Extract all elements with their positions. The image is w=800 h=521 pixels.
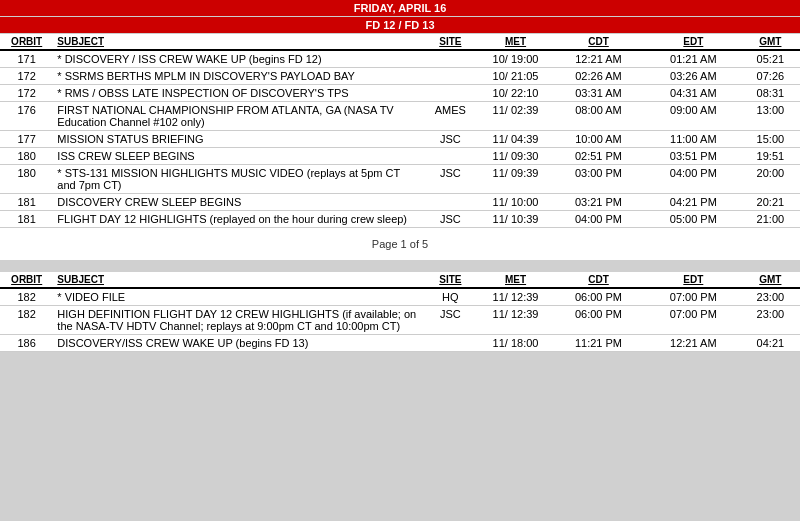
cell-orbit: 180 <box>0 165 53 194</box>
cell-edt: 07:00 PM <box>646 288 741 306</box>
col-site-header-2: SITE <box>421 272 480 288</box>
section-1: FRIDAY, APRIL 16 FD 12 / FD 13 ORBIT SUB… <box>0 0 800 260</box>
table-row: 181DISCOVERY CREW SLEEP BEGINS11/ 10:000… <box>0 194 800 211</box>
asterisk: * <box>57 291 64 303</box>
cell-subject: HIGH DEFINITION FLIGHT DAY 12 CREW HIGHL… <box>53 306 420 335</box>
cell-cdt: 02:51 PM <box>551 148 646 165</box>
day-label: FRIDAY, APRIL 16 <box>0 0 800 17</box>
cell-edt: 01:21 AM <box>646 50 741 68</box>
cell-site: HQ <box>421 288 480 306</box>
cell-met: 11/ 10:39 <box>480 211 551 228</box>
section-2: ORBIT SUBJECT SITE MET CDT EDT GMT 182* … <box>0 272 800 352</box>
cell-cdt: 03:21 PM <box>551 194 646 211</box>
table-row: 180* STS-131 MISSION HIGHLIGHTS MUSIC VI… <box>0 165 800 194</box>
table-row: 180ISS CREW SLEEP BEGINS11/ 09:3002:51 P… <box>0 148 800 165</box>
cell-site <box>421 50 480 68</box>
cell-site <box>421 68 480 85</box>
cell-subject: FIRST NATIONAL CHAMPIONSHIP FROM ATLANTA… <box>53 102 420 131</box>
cell-gmt: 21:00 <box>741 211 800 228</box>
cell-subject: MISSION STATUS BRIEFING <box>53 131 420 148</box>
cell-orbit: 172 <box>0 68 53 85</box>
cell-cdt: 03:00 PM <box>551 165 646 194</box>
cell-met: 11/ 09:30 <box>480 148 551 165</box>
cell-orbit: 176 <box>0 102 53 131</box>
col-cdt-header-2: CDT <box>551 272 646 288</box>
cell-orbit: 172 <box>0 85 53 102</box>
col-orbit-header-2: ORBIT <box>0 272 53 288</box>
cell-orbit: 171 <box>0 50 53 68</box>
page-wrapper: FRIDAY, APRIL 16 FD 12 / FD 13 ORBIT SUB… <box>0 0 800 352</box>
cell-orbit: 181 <box>0 194 53 211</box>
table-row: 172* RMS / OBSS LATE INSPECTION OF DISCO… <box>0 85 800 102</box>
table-row: 171* DISCOVERY / ISS CREW WAKE UP (begin… <box>0 50 800 68</box>
cell-cdt: 10:00 AM <box>551 131 646 148</box>
cell-site: JSC <box>421 131 480 148</box>
col-site-header: SITE <box>421 34 480 51</box>
cell-edt: 03:51 PM <box>646 148 741 165</box>
cell-subject: DISCOVERY CREW SLEEP BEGINS <box>53 194 420 211</box>
cell-edt: 05:00 PM <box>646 211 741 228</box>
schedule-table-2: ORBIT SUBJECT SITE MET CDT EDT GMT 182* … <box>0 272 800 352</box>
column-headers-2: ORBIT SUBJECT SITE MET CDT EDT GMT <box>0 272 800 288</box>
cell-site <box>421 148 480 165</box>
col-subject-header-2: SUBJECT <box>53 272 420 288</box>
cell-met: 11/ 10:00 <box>480 194 551 211</box>
cell-met: 11/ 02:39 <box>480 102 551 131</box>
cell-edt: 09:00 AM <box>646 102 741 131</box>
cell-gmt: 23:00 <box>741 306 800 335</box>
table-row: 186DISCOVERY/ISS CREW WAKE UP (begins FD… <box>0 335 800 352</box>
cell-edt: 04:31 AM <box>646 85 741 102</box>
cell-gmt: 04:21 <box>741 335 800 352</box>
cell-gmt: 15:00 <box>741 131 800 148</box>
cell-met: 10/ 22:10 <box>480 85 551 102</box>
asterisk: * <box>57 87 64 99</box>
cell-orbit: 180 <box>0 148 53 165</box>
table-row: 181FLIGHT DAY 12 HIGHLIGHTS (replayed on… <box>0 211 800 228</box>
cell-subject: * STS-131 MISSION HIGHLIGHTS MUSIC VIDEO… <box>53 165 420 194</box>
cell-met: 10/ 21:05 <box>480 68 551 85</box>
col-edt-header: EDT <box>646 34 741 51</box>
cell-cdt: 06:00 PM <box>551 288 646 306</box>
asterisk: * <box>57 53 64 65</box>
cell-gmt: 07:26 <box>741 68 800 85</box>
cell-site: JSC <box>421 211 480 228</box>
cell-met: 10/ 19:00 <box>480 50 551 68</box>
cell-gmt: 20:00 <box>741 165 800 194</box>
cell-orbit: 182 <box>0 288 53 306</box>
fd-header-row: FD 12 / FD 13 <box>0 17 800 34</box>
col-cdt-header: CDT <box>551 34 646 51</box>
cell-met: 11/ 04:39 <box>480 131 551 148</box>
cell-site: JSC <box>421 165 480 194</box>
cell-met: 11/ 12:39 <box>480 306 551 335</box>
table-row: 182* VIDEO FILEHQ11/ 12:3906:00 PM07:00 … <box>0 288 800 306</box>
cell-orbit: 182 <box>0 306 53 335</box>
cell-subject: * RMS / OBSS LATE INSPECTION OF DISCOVER… <box>53 85 420 102</box>
cell-cdt: 12:21 AM <box>551 50 646 68</box>
cell-orbit: 186 <box>0 335 53 352</box>
cell-orbit: 181 <box>0 211 53 228</box>
cell-subject: * VIDEO FILE <box>53 288 420 306</box>
fd-label: FD 12 / FD 13 <box>0 17 800 34</box>
cell-site <box>421 194 480 211</box>
cell-met: 11/ 18:00 <box>480 335 551 352</box>
cell-site <box>421 335 480 352</box>
col-gmt-header: GMT <box>741 34 800 51</box>
col-subject-header: SUBJECT <box>53 34 420 51</box>
cell-met: 11/ 09:39 <box>480 165 551 194</box>
cell-site: AMES <box>421 102 480 131</box>
page-note: Page 1 of 5 <box>0 228 800 260</box>
cell-edt: 03:26 AM <box>646 68 741 85</box>
cell-met: 11/ 12:39 <box>480 288 551 306</box>
cell-edt: 11:00 AM <box>646 131 741 148</box>
day-header-row: FRIDAY, APRIL 16 <box>0 0 800 17</box>
asterisk: * <box>57 70 64 82</box>
col-gmt-header-2: GMT <box>741 272 800 288</box>
cell-subject: DISCOVERY/ISS CREW WAKE UP (begins FD 13… <box>53 335 420 352</box>
col-met-header: MET <box>480 34 551 51</box>
cell-edt: 12:21 AM <box>646 335 741 352</box>
cell-gmt: 13:00 <box>741 102 800 131</box>
table-row: 176FIRST NATIONAL CHAMPIONSHIP FROM ATLA… <box>0 102 800 131</box>
cell-site: JSC <box>421 306 480 335</box>
cell-cdt: 02:26 AM <box>551 68 646 85</box>
table-row: 172* SSRMS BERTHS MPLM IN DISCOVERY'S PA… <box>0 68 800 85</box>
